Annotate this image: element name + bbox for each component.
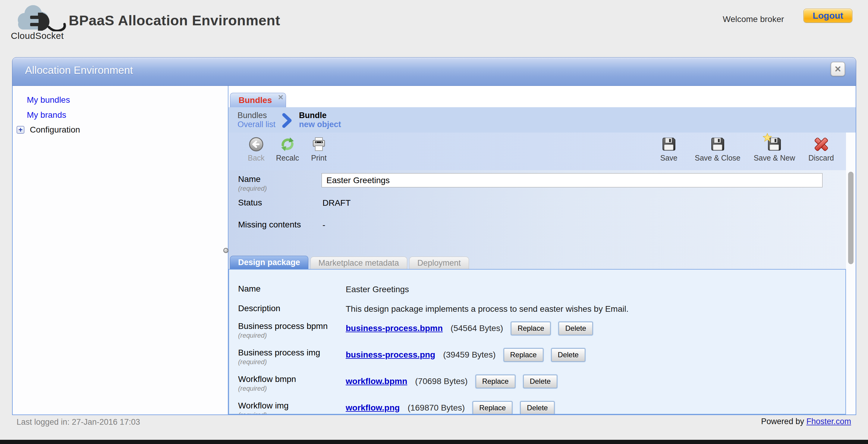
content-area: Bundles ✕ Bundles Overall list Bundle — [228, 86, 856, 414]
status-label: Status — [238, 198, 262, 208]
breadcrumb: Bundles Overall list Bundle new object — [228, 107, 856, 132]
tab-deployment[interactable]: Deployment — [409, 257, 469, 269]
delete-button[interactable]: Delete — [520, 401, 554, 415]
breadcrumb-level-2: Bundle new object — [299, 111, 341, 129]
breadcrumb-bundles: Bundles — [238, 111, 276, 120]
logo-wordmark: CloudSocket — [11, 31, 75, 41]
tab-bundles-label: Bundles — [239, 95, 272, 105]
dp-file-row: Business process bpmn (required) busines… — [238, 321, 839, 340]
file-size: (169870 Bytes) — [407, 403, 465, 413]
missing-contents-value: - — [322, 220, 325, 230]
bundle-form: Name (required) Status DRAFT Missing con… — [228, 170, 846, 254]
page-title: BPaaS Allocation Environment — [69, 12, 280, 29]
content-left: Back — [228, 132, 846, 414]
dp-file-row: Workflow bmpn (required) workflow.bpmn (… — [238, 374, 839, 392]
top-header: CloudSocket BPaaS Allocation Environment… — [0, 0, 868, 57]
back-icon — [248, 136, 264, 152]
expand-plus-icon[interactable]: + — [17, 126, 24, 134]
tab-bar: Bundles ✕ — [228, 86, 856, 107]
sidebar-item-my-bundles[interactable]: My bundles — [13, 93, 228, 107]
recalc-button[interactable]: Recalc — [272, 135, 303, 170]
dp-description-row: Description This design package implemen… — [238, 304, 839, 315]
breadcrumb-new-object: new object — [299, 120, 341, 129]
window-close-button[interactable]: ✕ — [831, 62, 845, 76]
dp-file-row: Business process img (required) business… — [238, 348, 839, 366]
back-button[interactable]: Back — [241, 135, 272, 170]
discard-icon — [813, 136, 830, 152]
name-required-label: (required) — [238, 185, 267, 192]
print-button[interactable]: Print — [303, 135, 335, 170]
tab-marketplace-metadata[interactable]: Marketplace metadata — [310, 257, 407, 269]
window-body: My bundles My brands + Configuration Bun… — [12, 86, 856, 415]
new-star-icon — [763, 133, 772, 142]
sidebar-item-my-brands[interactable]: My brands — [13, 107, 228, 123]
cloudsocket-logo: CloudSocket — [9, 2, 75, 41]
save-close-button[interactable]: Save & Close — [692, 135, 743, 170]
file-size: (70698 Bytes) — [415, 377, 467, 386]
file-link[interactable]: workflow.png — [346, 403, 400, 413]
powered-by: Powered by Fhoster.com — [761, 417, 851, 426]
breadcrumb-arrow-icon — [282, 113, 292, 128]
window-titlebar: Allocation Environment ✕ — [12, 57, 856, 86]
replace-button[interactable]: Replace — [511, 322, 551, 335]
sidebar: My bundles My brands + Configuration — [13, 86, 228, 414]
discard-button[interactable]: Discard — [805, 135, 837, 170]
welcome-text: Welcome broker — [723, 14, 784, 24]
file-link[interactable]: business-process.png — [346, 350, 435, 360]
breadcrumb-overall-list-link[interactable]: Overall list — [238, 120, 276, 129]
content-main-row: Back — [228, 132, 856, 414]
dp-file-row: Workflow img (required) workflow.png (16… — [238, 401, 839, 414]
missing-contents-label: Missing contents — [238, 220, 301, 229]
tab-design-package[interactable]: Design package — [230, 256, 308, 269]
file-link[interactable]: workflow.bpmn — [346, 377, 407, 386]
detail-tab-bar: Design package Marketplace metadata Depl… — [228, 254, 846, 269]
cloud-plug-icon — [9, 2, 71, 31]
name-label: Name — [238, 175, 261, 184]
file-size: (54564 Bytes) — [451, 323, 503, 333]
sidebar-item-configuration[interactable]: + Configuration — [13, 123, 228, 137]
save-new-button[interactable]: Save & New — [751, 135, 798, 170]
design-package-panel: Name Easter Greetings Description This d… — [228, 269, 846, 414]
close-icon: ✕ — [834, 64, 841, 74]
fhoster-link[interactable]: Fhoster.com — [806, 417, 851, 426]
replace-button[interactable]: Replace — [475, 375, 516, 388]
configuration-label: Configuration — [30, 125, 80, 135]
status-value: DRAFT — [322, 198, 350, 208]
delete-button[interactable]: Delete — [558, 322, 592, 335]
tab-bundles[interactable]: Bundles ✕ — [230, 93, 286, 107]
save-icon — [661, 136, 677, 152]
allocation-window: Allocation Environment ✕ My bundles My b… — [12, 57, 856, 415]
dp-name-row: Name Easter Greetings — [238, 284, 839, 295]
save-close-icon — [710, 136, 725, 152]
toolbar: Back — [228, 132, 846, 170]
vertical-scrollbar[interactable] — [846, 132, 856, 414]
save-button[interactable]: Save — [653, 135, 684, 170]
logout-button[interactable]: Logout — [804, 9, 852, 23]
toolbar-actions: Save — [653, 135, 837, 170]
bottom-bar — [0, 440, 868, 444]
name-input[interactable] — [321, 173, 823, 187]
tab-close-icon[interactable]: ✕ — [278, 93, 284, 101]
file-link[interactable]: business-process.bpmn — [346, 323, 443, 333]
scrollbar-thumb[interactable] — [848, 172, 854, 264]
window-title: Allocation Environment — [25, 64, 133, 76]
file-size: (39459 Bytes) — [443, 350, 495, 360]
footer: Last logged in: 27-Jan-2016 17:03 Powere… — [0, 415, 868, 444]
dp-name-label: Name — [238, 284, 346, 294]
dp-description-value: This design package implements a process… — [346, 304, 839, 315]
recalc-icon — [279, 136, 296, 152]
dp-name-value: Easter Greetings — [346, 284, 839, 295]
breadcrumb-level-1: Bundles Overall list — [238, 111, 276, 129]
dp-description-label: Description — [238, 304, 346, 313]
sidebar-resize-handle[interactable] — [223, 248, 228, 253]
print-icon — [311, 136, 327, 152]
last-login-text: Last logged in: 27-Jan-2016 17:03 — [17, 417, 140, 427]
breadcrumb-bundle: Bundle — [299, 111, 341, 120]
replace-button[interactable]: Replace — [504, 348, 544, 362]
replace-button[interactable]: Replace — [472, 401, 513, 415]
delete-button[interactable]: Delete — [523, 375, 557, 388]
delete-button[interactable]: Delete — [551, 348, 585, 362]
